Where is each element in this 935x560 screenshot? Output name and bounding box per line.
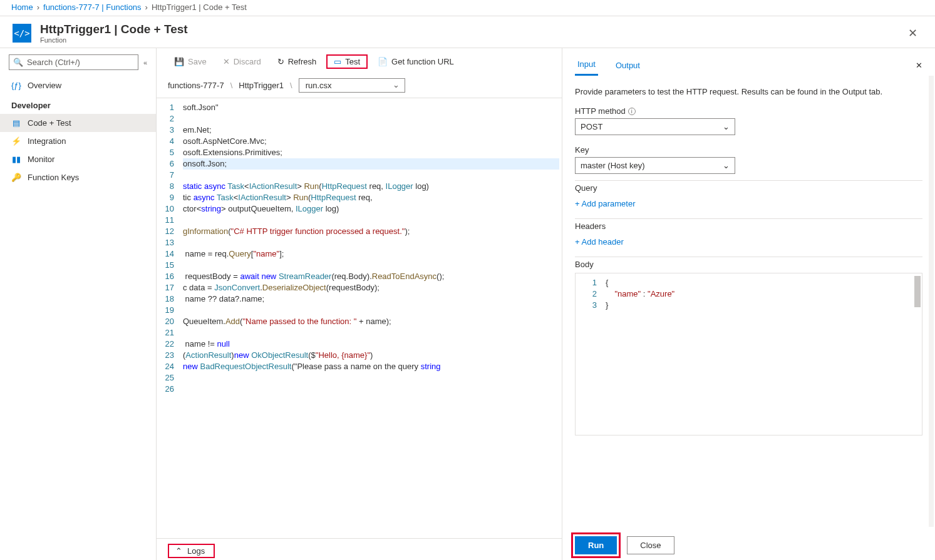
- run-button[interactable]: Run: [575, 536, 617, 554]
- key-icon: 🔑: [11, 173, 21, 182]
- key-label: Key: [575, 145, 922, 155]
- breadcrumb: Home› functions-777-7 | Functions› HttpT…: [0, 0, 935, 16]
- collapse-sidebar-button[interactable]: «: [143, 59, 147, 66]
- editor-toolbar: 💾Save ✕Discard ↻Refresh ▭Test 📄Get funct…: [157, 48, 562, 76]
- page-header: </> HttpTrigger1 | Code + Test Function …: [0, 16, 935, 48]
- main-editor-area: 💾Save ✕Discard ↻Refresh ▭Test 📄Get funct…: [157, 48, 562, 560]
- sidebar: 🔍 Search (Ctrl+/) « {ƒ} Overview Develop…: [0, 48, 157, 560]
- minimap: [914, 276, 921, 307]
- discard-icon: ✕: [223, 57, 230, 66]
- page-subtitle: Function: [40, 36, 188, 44]
- chevron-up-icon: ⌃: [175, 546, 182, 556]
- logs-toggle[interactable]: ⌃Logs: [157, 538, 562, 560]
- search-input[interactable]: 🔍 Search (Ctrl+/): [9, 54, 138, 70]
- test-panel: Input Output ✕ Provide parameters to tes…: [562, 48, 935, 560]
- body-editor[interactable]: 123 { "name" : "Azure"}: [575, 273, 922, 435]
- close-button[interactable]: Close: [627, 536, 674, 554]
- function-icon: </>: [13, 24, 31, 43]
- monitor-icon: ▮▮: [11, 155, 21, 164]
- code-icon: ▤: [11, 118, 21, 128]
- sidebar-item-code-test[interactable]: ▤ Code + Test: [0, 114, 156, 132]
- test-button[interactable]: ▭Test: [326, 54, 368, 69]
- scrollbar[interactable]: [929, 76, 934, 527]
- close-blade-button[interactable]: ✕: [903, 24, 922, 43]
- query-label: Query: [575, 180, 922, 193]
- discard-button[interactable]: ✕Discard: [217, 54, 267, 69]
- bolt-icon: ⚡: [11, 136, 21, 146]
- url-icon: 📄: [378, 57, 388, 66]
- breadcrumb-functions[interactable]: functions-777-7 | Functions: [43, 3, 142, 12]
- http-method-select[interactable]: POST⌄: [575, 118, 735, 135]
- chevron-down-icon: ⌄: [723, 122, 730, 131]
- sidebar-group-developer: Developer: [0, 94, 156, 114]
- search-icon: 🔍: [13, 58, 23, 67]
- add-header-button[interactable]: + Add header: [575, 233, 922, 250]
- get-url-button[interactable]: 📄Get function URL: [371, 54, 460, 69]
- tab-input[interactable]: Input: [575, 54, 598, 76]
- add-parameter-button[interactable]: + Add parameter: [575, 195, 922, 212]
- panel-intro: Provide parameters to test the HTTP requ…: [575, 87, 922, 96]
- sidebar-item-function-keys[interactable]: 🔑 Function Keys: [0, 168, 156, 186]
- breadcrumb-home[interactable]: Home: [11, 3, 33, 12]
- file-select[interactable]: run.csx: [299, 78, 405, 93]
- chevron-down-icon: ⌄: [723, 161, 730, 170]
- sidebar-item-overview[interactable]: {ƒ} Overview: [0, 76, 156, 94]
- refresh-icon: ↻: [277, 57, 284, 66]
- sidebar-item-integration[interactable]: ⚡ Integration: [0, 132, 156, 150]
- save-button[interactable]: 💾Save: [168, 54, 213, 69]
- page-title: HttpTrigger1 | Code + Test: [40, 23, 188, 36]
- save-icon: 💾: [174, 57, 184, 66]
- code-editor[interactable]: 1234567891011121314151617181920212223242…: [157, 98, 562, 538]
- key-select[interactable]: master (Host key)⌄: [575, 157, 735, 174]
- headers-label: Headers: [575, 218, 922, 231]
- test-icon: ▭: [334, 57, 341, 66]
- info-icon[interactable]: i: [628, 108, 636, 115]
- breadcrumb-current: HttpTrigger1 | Code + Test: [152, 3, 247, 12]
- refresh-button[interactable]: ↻Refresh: [271, 54, 323, 69]
- file-path-row: functions-777-7\ HttpTrigger1\ run.csx: [157, 76, 562, 98]
- tab-output[interactable]: Output: [613, 56, 643, 75]
- overview-icon: {ƒ}: [11, 81, 21, 90]
- close-panel-button[interactable]: ✕: [916, 61, 922, 70]
- sidebar-item-monitor[interactable]: ▮▮ Monitor: [0, 150, 156, 168]
- http-method-label: HTTP methodi: [575, 106, 922, 116]
- body-label: Body: [575, 257, 922, 269]
